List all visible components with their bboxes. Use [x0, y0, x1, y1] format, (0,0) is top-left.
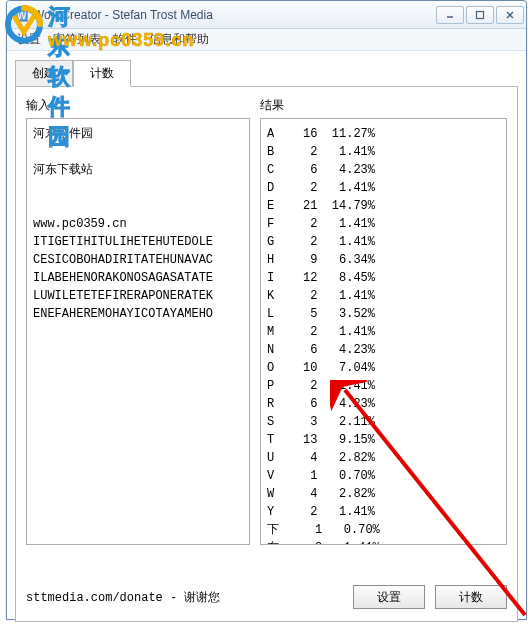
tab-panel-count: 输入 河东软件园 河东下载站 www.pc0359.cn ITIGETIHITU… [15, 86, 518, 622]
donate-text: sttmedia.com/donate - 谢谢您 [26, 589, 220, 606]
app-window: W WordCreator - Stefan Trost Media 设置 字符… [6, 0, 527, 620]
titlebar[interactable]: W WordCreator - Stefan Trost Media [7, 1, 526, 29]
menu-software[interactable]: 软件 [113, 31, 137, 48]
result-textarea[interactable]: A 16 11.27% B 2 1.41% C 6 4.23% D 2 1.41… [260, 118, 507, 545]
menu-help[interactable]: 信息和帮助 [149, 31, 209, 48]
count-button[interactable]: 计数 [435, 585, 507, 609]
settings-button[interactable]: 设置 [353, 585, 425, 609]
close-button[interactable] [496, 6, 524, 24]
input-textarea[interactable]: 河东软件园 河东下载站 www.pc0359.cn ITIGETIHITULIH… [26, 118, 250, 545]
minimize-button[interactable] [436, 6, 464, 24]
svg-text:W: W [17, 10, 27, 21]
svg-rect-3 [477, 11, 484, 18]
input-label: 输入 [26, 97, 250, 114]
tab-create[interactable]: 创建 [15, 60, 73, 87]
app-icon: W [13, 7, 29, 23]
maximize-button[interactable] [466, 6, 494, 24]
window-title: WordCreator - Stefan Trost Media [33, 8, 436, 22]
menu-charlist[interactable]: 字符列表 [53, 31, 101, 48]
menu-settings[interactable]: 设置 [17, 31, 41, 48]
result-label: 结果 [260, 97, 507, 114]
tab-count[interactable]: 计数 [73, 60, 131, 87]
tab-strip: 创建 计数 [7, 51, 526, 86]
menubar: 设置 字符列表 软件 信息和帮助 [7, 29, 526, 51]
